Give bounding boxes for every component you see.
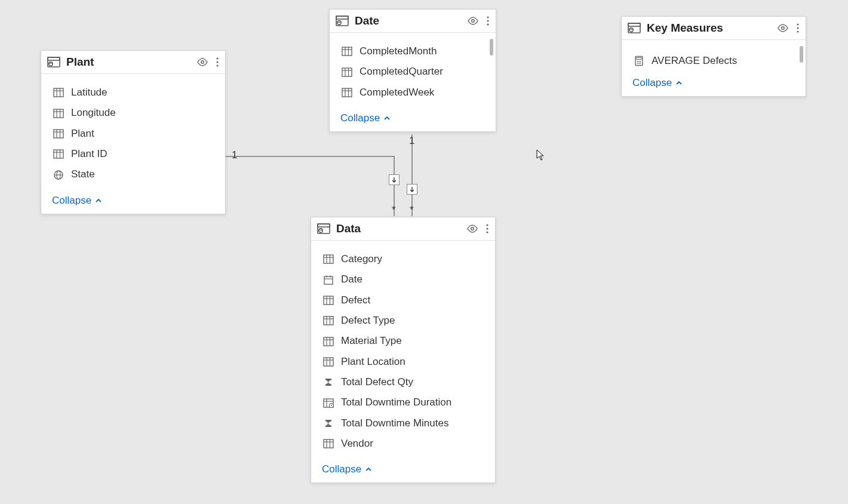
svg-rect-83: [324, 440, 333, 448]
field-row[interactable]: Defect: [311, 290, 495, 311]
table-icon: [47, 56, 60, 69]
field-row[interactable]: CompletedQuarter: [330, 62, 496, 82]
svg-point-99: [640, 61, 641, 62]
field-row[interactable]: Plant ID: [41, 144, 225, 164]
table-title: Key Measures: [647, 21, 777, 35]
svg-point-5: [216, 57, 218, 59]
field-label: CompletedQuarter: [360, 64, 443, 79]
field-label: Vendor: [341, 436, 373, 451]
field-label: Material Type: [341, 333, 402, 349]
visibility-icon[interactable]: [196, 56, 208, 68]
svg-point-52: [486, 224, 488, 226]
field-row[interactable]: Date: [311, 269, 495, 290]
svg-point-51: [471, 228, 474, 231]
sigma-icon: [323, 418, 334, 429]
table-header[interactable]: Date: [330, 10, 496, 33]
table-icon: [336, 14, 349, 27]
svg-point-54: [486, 231, 488, 233]
field-row[interactable]: CompletedMonth: [330, 41, 496, 62]
visibility-icon[interactable]: [467, 15, 479, 27]
visibility-icon[interactable]: [466, 223, 478, 235]
model-canvas[interactable]: 1 * 1 * Plant LatitudeLongitudePlantPlan…: [0, 0, 848, 504]
field-label: AVERAGE Defects: [652, 53, 737, 69]
svg-rect-63: [324, 296, 333, 305]
table-card-plant[interactable]: Plant LatitudeLongitudePlantPlant IDStat…: [41, 50, 226, 214]
relationship-cardinality-many: *: [410, 204, 414, 216]
field-row[interactable]: AVERAGE Defects: [622, 51, 806, 71]
svg-rect-55: [324, 255, 333, 263]
table-icon: [317, 222, 330, 235]
svg-point-92: [797, 23, 798, 25]
field-row[interactable]: Plant: [41, 124, 225, 144]
field-list: AVERAGE Defects: [622, 40, 806, 72]
column-icon: [323, 315, 334, 326]
column-icon: [53, 149, 64, 159]
collapse-button[interactable]: Collapse: [41, 190, 225, 214]
svg-rect-28: [336, 16, 348, 19]
field-row[interactable]: CompletedWeek: [330, 82, 496, 103]
field-label: Total Downtime Minutes: [341, 416, 448, 431]
field-row[interactable]: Category: [311, 249, 495, 269]
svg-rect-8: [54, 88, 63, 97]
field-row[interactable]: Latitude: [41, 82, 225, 103]
column-icon: [323, 336, 334, 347]
svg-point-34: [487, 23, 488, 25]
field-label: Total Defect Qty: [341, 374, 413, 390]
more-options-icon[interactable]: [216, 56, 219, 68]
svg-point-31: [472, 20, 475, 23]
field-row[interactable]: Total Downtime Minutes: [311, 413, 495, 434]
svg-point-6: [216, 61, 218, 63]
chevron-up-icon: [383, 115, 391, 121]
table-header[interactable]: Plant: [41, 51, 225, 74]
svg-point-101: [638, 63, 640, 64]
field-row[interactable]: Defect Type: [311, 311, 495, 331]
field-list: LatitudeLongitudePlantPlant IDState: [41, 74, 225, 190]
filter-direction-icon: [407, 184, 417, 195]
field-row[interactable]: Material Type: [311, 331, 495, 351]
field-row[interactable]: Total Downtime Duration: [311, 392, 495, 413]
relationship-cardinality-one: 1: [232, 149, 237, 161]
table-card-data[interactable]: Data CategoryDateDefectDefect TypeMateri…: [311, 217, 496, 483]
scrollbar-thumb[interactable]: [800, 46, 803, 63]
table-title: Date: [355, 14, 467, 27]
field-label: Defect Type: [341, 313, 395, 328]
column-icon: [323, 295, 334, 306]
mouse-cursor-icon: [536, 149, 546, 161]
relationship-cardinality-many: *: [392, 204, 396, 216]
field-row[interactable]: State: [41, 164, 225, 185]
column-icon: [342, 67, 352, 78]
field-label: Defect: [341, 293, 370, 308]
collapse-button[interactable]: Collapse: [311, 459, 495, 483]
svg-point-53: [486, 228, 488, 229]
table-header[interactable]: Data: [311, 217, 495, 241]
globe-icon: [53, 170, 64, 180]
field-row[interactable]: Total Defect Qty: [311, 372, 495, 392]
field-label: CompletedMonth: [360, 44, 437, 59]
column-icon: [53, 87, 64, 98]
svg-rect-75: [324, 358, 333, 366]
table-title: Data: [336, 222, 466, 235]
table-header[interactable]: Key Measures: [622, 17, 806, 40]
svg-point-4: [201, 61, 204, 64]
table-card-date[interactable]: Date CompletedMonthCompletedQuarterCompl…: [329, 9, 496, 132]
calc-icon: [634, 56, 644, 66]
svg-rect-39: [342, 68, 352, 76]
field-row[interactable]: Vendor: [311, 434, 495, 454]
svg-rect-20: [54, 150, 63, 158]
column-icon: [323, 357, 334, 367]
column-icon: [323, 438, 334, 449]
more-options-icon[interactable]: [486, 223, 489, 235]
collapse-button[interactable]: Collapse: [622, 72, 806, 96]
more-options-icon[interactable]: [486, 15, 490, 27]
calendar-icon: [323, 275, 334, 285]
scrollbar-thumb[interactable]: [490, 39, 493, 56]
field-row[interactable]: Longitude: [41, 103, 225, 123]
more-options-icon[interactable]: [796, 22, 800, 34]
field-row[interactable]: Plant Location: [311, 352, 495, 372]
svg-rect-1: [48, 57, 60, 60]
field-label: Latitude: [71, 85, 107, 100]
table-card-key-measures[interactable]: Key Measures AVERAGE Defects Collapse: [621, 16, 806, 97]
collapse-button[interactable]: Collapse: [330, 107, 496, 131]
visibility-icon[interactable]: [777, 22, 789, 34]
column-icon: [342, 87, 352, 98]
